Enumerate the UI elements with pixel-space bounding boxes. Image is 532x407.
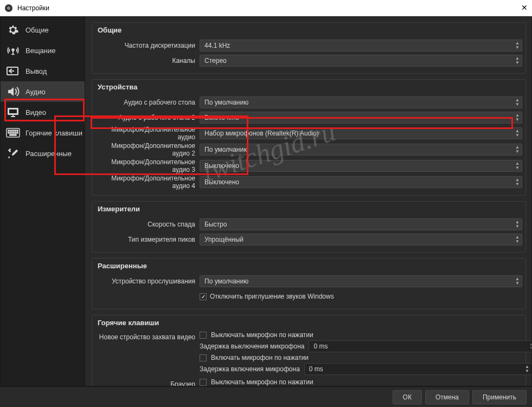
sidebar-item-audio[interactable]: Аудио <box>1 81 85 102</box>
spinner-icon: ▲▼ <box>515 145 520 154</box>
svg-point-1 <box>7 7 10 10</box>
label-desktop2: Аудио с рабочего стола 2 <box>95 114 200 121</box>
tools-icon <box>6 147 20 159</box>
sidebar: Общие Вещание Вывод Аудио Видео <box>1 17 85 386</box>
monitor-icon <box>6 106 20 118</box>
label-mute-delay: Задержка выключения микрофона <box>200 343 304 350</box>
spinner-icon: ▲▼ <box>515 161 520 170</box>
spinner-icon: ▲▼ <box>515 56 520 65</box>
combo-desktop1[interactable]: По умолчанию▲▼ <box>200 96 522 108</box>
group-title: Измерители <box>92 202 525 217</box>
group-devices: Устройства Аудио с рабочего столаПо умол… <box>92 79 526 196</box>
hotkey-section-label: Браузер <box>95 378 200 386</box>
keyboard-icon <box>6 127 20 139</box>
checkbox-mute-push[interactable]: Выключать микрофон по нажатии <box>200 331 522 339</box>
hotkey-section-label: Новое стройство захвата видео <box>95 331 200 341</box>
label-mic1: Микрофон/Дополнительное аудио <box>95 126 200 141</box>
row-sample-rate: Частота дискретизации 44.1 kHz▲▼ <box>95 38 522 53</box>
group-title: Горячие клавиши <box>92 315 525 331</box>
label-desktop1: Аудио с рабочего стола <box>95 99 200 106</box>
checkbox-unmute-push[interactable]: Включать микрофон по нажатии <box>200 354 522 361</box>
svg-rect-17 <box>10 134 16 135</box>
checkbox-browser-mute[interactable]: Выключать микрофон по нажатии <box>200 378 522 386</box>
checkbox-icon <box>200 354 207 361</box>
svg-rect-14 <box>12 132 14 133</box>
combo-channels[interactable]: Стерео▲▼ <box>200 55 522 67</box>
combo-peaktype[interactable]: Упрощённый▲▼ <box>200 234 522 246</box>
close-icon[interactable]: ✕ <box>521 3 528 12</box>
title-bar: Настройки ✕ <box>0 0 532 16</box>
sidebar-item-output[interactable]: Вывод <box>1 61 85 81</box>
spinner-icon: ▲▼ <box>515 178 520 186</box>
sidebar-item-advanced[interactable]: Расширенные <box>1 143 85 164</box>
group-hotkeys: Горячие клавиши Новое стройство захвата … <box>92 315 526 386</box>
speaker-icon <box>6 86 20 98</box>
label-unmute-delay: Задержка включения микрофона <box>200 365 300 373</box>
label-mic2: Микрофон/Дополнительное аудио 2 <box>95 142 200 157</box>
group-title: Устройства <box>92 80 525 95</box>
spinner-icon: ▲▼ <box>515 129 520 138</box>
group-general: Общие Частота дискретизации 44.1 kHz▲▼ К… <box>92 22 526 74</box>
ok-button[interactable]: ОК <box>393 390 422 404</box>
label-mic4: Микрофон/Дополнительное аудио 4 <box>95 175 200 190</box>
footer: ОК Отмена Применить <box>0 386 532 407</box>
sidebar-item-stream[interactable]: Вещание <box>1 40 85 61</box>
label-peaktype: Тип измерителя пиков <box>95 236 200 243</box>
combo-monitor[interactable]: По умолчанию▲▼ <box>200 275 522 287</box>
sidebar-item-label: Общие <box>25 26 49 34</box>
label-sample-rate: Частота дискретизации <box>95 42 200 49</box>
cancel-button[interactable]: Отмена <box>425 390 469 404</box>
sidebar-item-label: Аудио <box>25 88 46 96</box>
group-meters: Измерители Скорость спадаБыстро▲▼ Тип из… <box>92 201 526 253</box>
checkbox-icon <box>200 332 207 339</box>
combo-mic2[interactable]: По умолчанию▲▼ <box>200 144 522 156</box>
combo-decay[interactable]: Быстро▲▼ <box>200 218 522 230</box>
combo-mic1[interactable]: Набор микрофонов (Realtek(R) Audio)▲▼ <box>200 127 522 139</box>
apply-button[interactable]: Применить <box>472 390 527 404</box>
label-mic3: Микрофон/Дополнительное аудио 3 <box>95 158 200 173</box>
svg-rect-16 <box>17 132 18 133</box>
checkbox-icon <box>200 379 207 386</box>
window-title: Настройки <box>17 4 49 12</box>
sidebar-item-label: Вещание <box>25 47 56 55</box>
combo-mic3[interactable]: Выключено▲▼ <box>200 160 522 172</box>
app-icon <box>4 4 13 12</box>
svg-point-2 <box>12 49 14 51</box>
combo-desktop2[interactable]: Выключено▲▼ <box>200 112 522 124</box>
sidebar-item-video[interactable]: Видео <box>1 102 85 122</box>
checkbox-ducking[interactable]: Отключить приглушение звуков Windows <box>200 293 522 300</box>
sidebar-item-label: Вывод <box>25 67 47 75</box>
svg-rect-13 <box>10 132 11 133</box>
spinner-icon: ▲▼ <box>515 235 520 244</box>
svg-rect-8 <box>10 130 11 131</box>
broadcast-icon <box>6 44 20 56</box>
sidebar-item-general[interactable]: Общие <box>1 20 85 40</box>
input-mute-delay[interactable]: 0 ms▲▼ <box>309 340 531 352</box>
group-title: Расширенные <box>92 259 525 274</box>
combo-mic4[interactable]: Выключено▲▼ <box>200 176 522 188</box>
group-title: Общие <box>92 23 525 38</box>
spinner-icon: ▲▼ <box>515 98 520 107</box>
label-decay: Скорость спада <box>95 221 200 228</box>
input-unmute-delay[interactable]: 0 ms▲▼ <box>304 363 531 375</box>
spinner-icon: ▲▼ <box>530 342 531 351</box>
spinner-icon: ▲▼ <box>525 365 529 373</box>
svg-rect-9 <box>12 130 14 131</box>
svg-rect-11 <box>17 130 18 131</box>
label-channels: Каналы <box>95 57 200 64</box>
sidebar-item-label: Горячие клавиши <box>25 129 82 137</box>
sidebar-item-hotkeys[interactable]: Горячие клавиши <box>1 122 85 143</box>
spinner-icon: ▲▼ <box>515 220 520 229</box>
svg-rect-7 <box>8 130 9 131</box>
label-monitor: Устройство прослушивания <box>95 277 200 285</box>
spinner-icon: ▲▼ <box>515 41 520 50</box>
checkbox-icon <box>200 293 207 300</box>
row-channels: Каналы Стерео▲▼ <box>95 54 522 68</box>
svg-rect-5 <box>9 109 17 114</box>
svg-rect-10 <box>15 130 16 131</box>
spinner-icon: ▲▼ <box>515 113 520 122</box>
sidebar-item-label: Расширенные <box>25 150 72 158</box>
content-area: Общие Частота дискретизации 44.1 kHz▲▼ К… <box>85 17 531 386</box>
checkbox-label: Отключить приглушение звуков Windows <box>210 293 334 300</box>
combo-sample-rate[interactable]: 44.1 kHz▲▼ <box>200 40 522 51</box>
